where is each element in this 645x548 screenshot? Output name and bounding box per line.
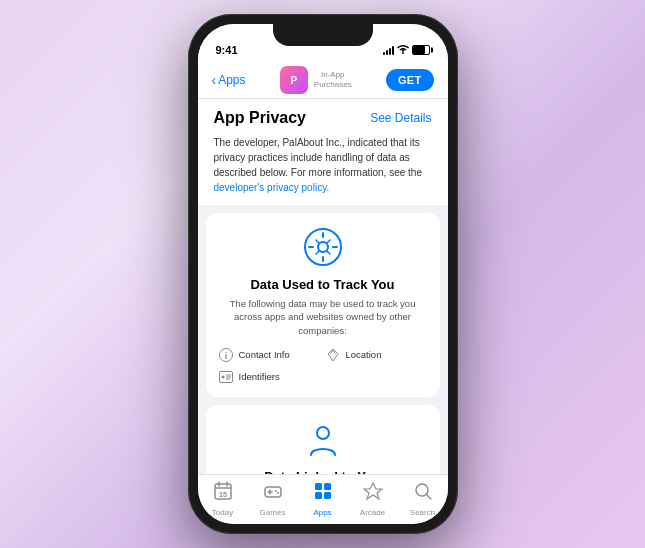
track-you-desc: The following data may be used to track … bbox=[218, 297, 428, 337]
battery-fill bbox=[413, 46, 425, 54]
tab-search-label: Search bbox=[410, 508, 435, 517]
svg-point-0 bbox=[402, 52, 404, 54]
app-area: P In-AppPurchases bbox=[280, 66, 352, 94]
list-item: Identifiers bbox=[218, 369, 321, 385]
get-button[interactable]: GET bbox=[386, 69, 434, 91]
in-app-purchases-label: In-AppPurchases bbox=[314, 70, 352, 89]
location-icon bbox=[325, 347, 341, 363]
svg-point-33 bbox=[275, 490, 277, 492]
phone-screen: 9:41 bbox=[198, 24, 448, 524]
tab-today-label: Today bbox=[212, 508, 233, 517]
track-you-items: i Contact Info bbox=[218, 347, 428, 385]
svg-text:15: 15 bbox=[219, 491, 227, 498]
track-you-card: Data Used to Track You The following dat… bbox=[206, 213, 440, 397]
see-details-link[interactable]: See Details bbox=[370, 111, 431, 125]
svg-point-10 bbox=[317, 427, 329, 439]
tab-arcade-label: Arcade bbox=[360, 508, 385, 517]
phone-notch bbox=[273, 24, 373, 46]
tab-arcade[interactable]: Arcade bbox=[348, 481, 398, 517]
tab-bar: 15 Today Games bbox=[198, 474, 448, 524]
tab-search[interactable]: Search bbox=[398, 481, 448, 517]
contact-info-icon: i bbox=[218, 347, 234, 363]
app-icon: P bbox=[280, 66, 308, 94]
content-scroll[interactable]: App Privacy See Details The developer, P… bbox=[198, 99, 448, 474]
search-icon bbox=[413, 481, 433, 506]
identifiers-icon-1 bbox=[218, 369, 234, 385]
phone-frame: 9:41 bbox=[188, 14, 458, 534]
wifi-icon bbox=[397, 44, 409, 56]
signal-bars-icon bbox=[383, 45, 394, 55]
privacy-policy-link[interactable]: developer's privacy policy. bbox=[214, 182, 330, 193]
privacy-header: App Privacy See Details bbox=[198, 99, 448, 135]
phone-wrapper: 9:41 bbox=[188, 14, 458, 534]
battery-icon bbox=[412, 45, 430, 55]
list-item: Location bbox=[325, 347, 428, 363]
back-button[interactable]: ‹ Apps bbox=[212, 72, 246, 88]
linked-to-you-card: Data Linked to You The following data ma… bbox=[206, 405, 440, 474]
status-time: 9:41 bbox=[216, 44, 238, 56]
today-icon: 15 bbox=[213, 481, 233, 506]
svg-text:i: i bbox=[224, 350, 227, 360]
arcade-icon bbox=[363, 481, 383, 506]
privacy-description: The developer, PalAbout Inc., indicated … bbox=[198, 135, 448, 205]
svg-rect-35 bbox=[315, 483, 322, 490]
svg-rect-36 bbox=[324, 483, 331, 490]
games-icon bbox=[263, 481, 283, 506]
svg-point-6 bbox=[221, 375, 224, 378]
identifiers-label-1: Identifiers bbox=[239, 371, 280, 382]
apps-icon bbox=[313, 481, 333, 506]
track-icon bbox=[218, 227, 428, 271]
nav-bar: ‹ Apps P In-AppPurchases GET bbox=[198, 60, 448, 99]
list-item: i Contact Info bbox=[218, 347, 321, 363]
status-icons bbox=[383, 44, 430, 56]
privacy-title: App Privacy bbox=[214, 109, 306, 127]
svg-point-34 bbox=[277, 492, 279, 494]
link-icon bbox=[218, 419, 428, 463]
tab-apps[interactable]: Apps bbox=[298, 481, 348, 517]
back-chevron-icon: ‹ bbox=[212, 72, 217, 88]
svg-marker-39 bbox=[364, 483, 382, 499]
tab-today[interactable]: 15 Today bbox=[198, 481, 248, 517]
svg-rect-37 bbox=[315, 492, 322, 499]
svg-line-41 bbox=[426, 494, 431, 499]
svg-rect-38 bbox=[324, 492, 331, 499]
location-label-1: Location bbox=[346, 349, 382, 360]
contact-info-label: Contact Info bbox=[239, 349, 290, 360]
tab-games[interactable]: Games bbox=[248, 481, 298, 517]
back-label: Apps bbox=[218, 73, 245, 87]
tab-games-label: Games bbox=[260, 508, 286, 517]
tab-apps-label: Apps bbox=[313, 508, 331, 517]
track-you-title: Data Used to Track You bbox=[218, 277, 428, 292]
